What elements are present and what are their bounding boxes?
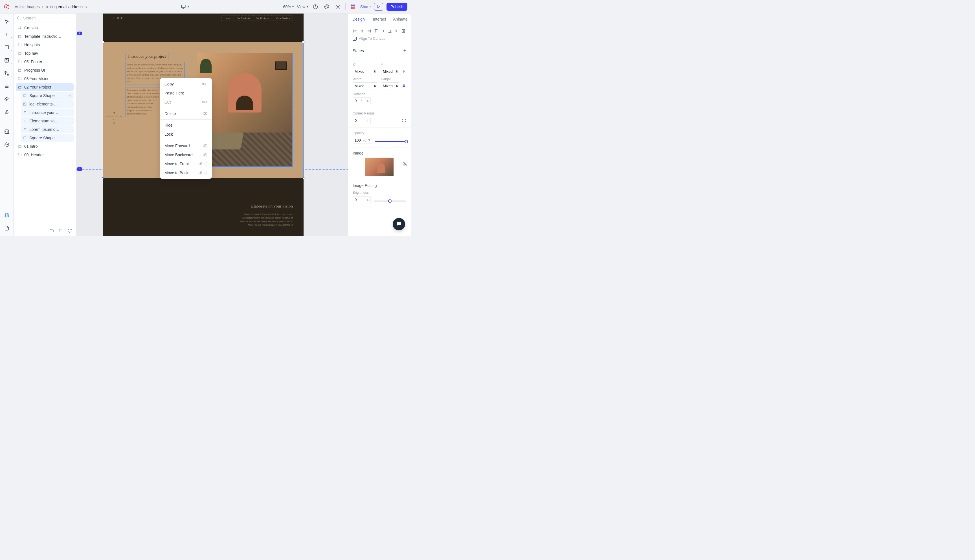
align-middle-icon[interactable]: [380, 28, 386, 33]
zoom-control[interactable]: 60% ▾: [283, 5, 294, 9]
menu-item[interactable]: Move Forward⌘]: [160, 141, 212, 150]
lines-tool[interactable]: [3, 83, 10, 90]
align-left-icon[interactable]: [353, 28, 358, 33]
checkbox-icon[interactable]: [353, 37, 357, 41]
tab-design[interactable]: Design: [348, 13, 369, 25]
width-input[interactable]: Mixed⇅: [353, 82, 378, 89]
distribute-h-icon[interactable]: [394, 28, 399, 33]
align-right-icon[interactable]: [366, 28, 372, 33]
preview-button[interactable]: [374, 3, 383, 11]
breadcrumb-current[interactable]: linking email addresses: [45, 5, 87, 9]
nav-item[interactable]: Home: [222, 15, 234, 21]
layers-icon[interactable]: [3, 212, 10, 218]
svg-point-16: [17, 17, 20, 19]
menu-item[interactable]: Cut⌘X: [160, 98, 212, 107]
layer-item[interactable]: Progress UI: [16, 66, 73, 74]
align-to-canvas[interactable]: Align To Canvas: [353, 37, 406, 41]
y-input[interactable]: Mixed⇅: [381, 68, 400, 75]
canvas-area[interactable]: 2 3 LOGO HomeOur ProductsOur DesignersCa…: [76, 13, 348, 236]
intro-paragraph-2[interactable]: Elementum sagittis vitae et leo duis ut …: [125, 87, 162, 117]
menu-item[interactable]: Hide,: [160, 121, 212, 130]
menu-item-label: Move Backward: [164, 153, 193, 157]
breadcrumb-parent[interactable]: Article Images: [15, 5, 40, 9]
image-thumbnail[interactable]: [366, 158, 394, 176]
layer-item[interactable]: 02 Your Project: [16, 83, 73, 91]
layer-item[interactable]: 01 Intro: [16, 142, 73, 150]
embed-tool[interactable]: [3, 128, 10, 135]
layer-item[interactable]: Hotspots: [16, 41, 73, 49]
x-input[interactable]: Mixed⇅: [353, 68, 378, 75]
layer-item[interactable]: Square Shape: [21, 92, 73, 100]
brightness-input[interactable]: 0⇅: [353, 196, 371, 203]
search-input[interactable]: [23, 16, 72, 20]
align-center-h-icon[interactable]: [360, 28, 365, 33]
layer-item[interactable]: Elementum sa…: [21, 117, 73, 125]
layer-item[interactable]: Top nav: [16, 49, 73, 57]
shape-tool[interactable]: ▸: [3, 44, 10, 51]
duplicate-icon[interactable]: [58, 228, 63, 233]
lock-icon[interactable]: [402, 84, 406, 88]
menu-item[interactable]: Delete⌫: [160, 109, 212, 118]
palette-icon[interactable]: [323, 3, 331, 11]
selection-handle[interactable]: [102, 177, 104, 179]
brightness-slider[interactable]: [374, 200, 406, 202]
add-state-icon[interactable]: +: [403, 48, 406, 53]
rotation-label: Rotation: [353, 92, 406, 96]
swap-image-icon[interactable]: [402, 162, 407, 167]
align-bottom-icon[interactable]: [387, 28, 392, 33]
rotation-input[interactable]: 0°⇅: [353, 97, 371, 104]
opacity-input[interactable]: 100%⇅: [353, 137, 372, 144]
text-tool[interactable]: ▸: [3, 31, 10, 38]
view-menu[interactable]: View ▾: [297, 5, 308, 9]
pages-icon[interactable]: [3, 225, 10, 232]
apps-icon[interactable]: [349, 3, 357, 11]
pin-icon[interactable]: [402, 69, 406, 74]
height-input[interactable]: Mixed⇅: [381, 82, 400, 89]
layer-item[interactable]: Square Shape: [21, 134, 73, 142]
menu-item[interactable]: Copy⌘C: [160, 80, 212, 88]
menu-item[interactable]: Move to Front⌘⌥]: [160, 159, 212, 168]
tab-animate[interactable]: Animate: [390, 13, 411, 25]
menu-item-label: Cut: [164, 100, 171, 104]
chat-bubble[interactable]: [393, 218, 405, 230]
layer-item[interactable]: Introduce your …: [21, 108, 73, 117]
chevron-down-icon[interactable]: ▾: [188, 5, 189, 8]
select-tool[interactable]: [3, 18, 10, 25]
distribute-v-icon[interactable]: [401, 28, 406, 33]
layer-item[interactable]: 05_Footer: [16, 58, 73, 66]
menu-item[interactable]: Move to Back⌘⌥[: [160, 168, 212, 177]
menu-item[interactable]: Paste Here: [160, 88, 212, 98]
path-tool[interactable]: ▸: [3, 70, 10, 77]
tab-interact[interactable]: Interact: [369, 13, 390, 25]
layer-item[interactable]: Lorem ipsum d…: [21, 125, 73, 133]
menu-item[interactable]: Lock.: [160, 130, 212, 139]
sdk-tool[interactable]: SDK: [3, 141, 10, 148]
nav-item[interactable]: Our Designers: [253, 15, 274, 21]
layer-item[interactable]: Canvas: [16, 24, 73, 32]
share-button[interactable]: Share: [360, 5, 371, 9]
publish-button[interactable]: Publish: [387, 3, 407, 11]
align-top-icon[interactable]: [374, 28, 379, 33]
help-icon[interactable]: [311, 3, 319, 11]
layer-item[interactable]: 03 Your Vision: [16, 75, 73, 83]
layer-item[interactable]: joel-clements-…: [21, 100, 73, 108]
svg-rect-28: [405, 165, 406, 166]
nav-item[interactable]: Case Studies: [273, 15, 293, 21]
intro-title[interactable]: Introduce your project: [125, 53, 169, 60]
folder-icon[interactable]: [49, 228, 54, 233]
corner-radius-input[interactable]: 0⇅: [353, 117, 371, 124]
opacity-slider[interactable]: [375, 141, 406, 142]
expand-corners-icon[interactable]: [402, 118, 406, 123]
layer-item[interactable]: 00_Header: [16, 151, 73, 159]
pen-tool[interactable]: [3, 96, 10, 103]
image-tool[interactable]: ▸: [3, 57, 10, 64]
app-logo[interactable]: [3, 3, 10, 10]
refresh-icon[interactable]: [67, 228, 72, 233]
device-icon[interactable]: [181, 4, 186, 9]
settings-icon[interactable]: [334, 3, 342, 11]
anchor-tool[interactable]: [3, 109, 10, 116]
selection-handle[interactable]: [303, 177, 304, 179]
layer-item[interactable]: Template Instructio…: [16, 32, 73, 40]
nav-item[interactable]: Our Products: [234, 15, 253, 21]
menu-item[interactable]: Move Backward⌘[: [160, 150, 212, 159]
